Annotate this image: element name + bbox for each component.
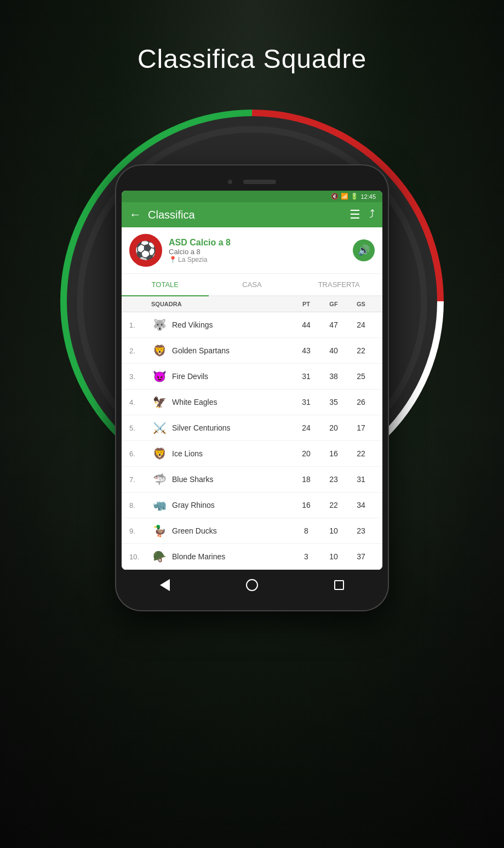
row-rank: 2. xyxy=(129,347,151,355)
nav-back-button[interactable] xyxy=(157,577,173,593)
header-gf: gf xyxy=(320,301,347,307)
phone-nav-bar xyxy=(122,570,382,600)
row-gf: 20 xyxy=(320,423,347,432)
row-pt: 43 xyxy=(293,346,320,355)
home-circle-icon xyxy=(246,579,258,591)
phone-top-bar xyxy=(122,175,382,191)
header-gs: gs xyxy=(347,301,375,307)
row-gs: 22 xyxy=(347,449,375,458)
team-name: Blue Sharks xyxy=(172,475,213,484)
row-rank: 9. xyxy=(129,527,151,535)
team-logo: 🦅 xyxy=(151,394,168,410)
table-row[interactable]: 7. 🦈 Blue Sharks 18 23 31 xyxy=(122,467,382,492)
row-gf: 16 xyxy=(320,449,347,458)
row-gf: 40 xyxy=(320,346,347,355)
back-triangle-icon xyxy=(160,579,170,591)
audio-button[interactable]: 🔊 xyxy=(353,239,375,261)
row-gf: 22 xyxy=(320,501,347,509)
nav-recent-button[interactable] xyxy=(331,577,347,593)
row-rank: 5. xyxy=(129,424,151,432)
row-gs: 23 xyxy=(347,526,375,535)
row-gs: 34 xyxy=(347,501,375,509)
team-logo: 🦁 xyxy=(151,342,168,359)
table-body: 1. 🐺 Red Vikings 44 47 24 2. 🦁 Golden Sp… xyxy=(122,312,382,570)
audio-icon: 🔊 xyxy=(358,244,370,256)
team-name: Golden Spartans xyxy=(172,346,230,355)
tab-bar: TOTALE CASA TRASFERTA xyxy=(122,274,382,296)
table-row[interactable]: 6. 🦁 Ice Lions 20 16 22 xyxy=(122,441,382,467)
club-name: ASD Calcio a 8 xyxy=(169,238,353,248)
team-name: Ice Lions xyxy=(172,449,203,458)
recent-square-icon xyxy=(334,580,344,590)
row-gf: 35 xyxy=(320,398,347,406)
page-title-area: Classifica Squadre xyxy=(0,44,504,74)
row-team: 😈 Fire Devils xyxy=(151,368,293,385)
table-row[interactable]: 4. 🦅 White Eagles 31 35 26 xyxy=(122,389,382,415)
share-icon[interactable]: ⤴ xyxy=(369,208,375,222)
header-rank xyxy=(129,301,151,307)
team-logo: 🦈 xyxy=(151,471,168,488)
phone-device: 🔇 📶 🔋 12:45 ← Classifica ☰ ⤴ ⚽ xyxy=(115,164,389,611)
row-gs: 26 xyxy=(347,398,375,406)
row-pt: 20 xyxy=(293,449,320,458)
row-team: ⚔️ Silver Centurions xyxy=(151,420,293,436)
page-title: Classifica Squadre xyxy=(0,44,504,74)
team-logo: 😈 xyxy=(151,368,168,385)
team-logo: 🐺 xyxy=(151,317,168,333)
table-row[interactable]: 1. 🐺 Red Vikings 44 47 24 xyxy=(122,312,382,338)
table-row[interactable]: 5. ⚔️ Silver Centurions 24 20 17 xyxy=(122,415,382,441)
app-bar-title: Classifica xyxy=(148,209,343,221)
list-icon[interactable]: ☰ xyxy=(350,208,360,222)
table-row[interactable]: 3. 😈 Fire Devils 31 38 25 xyxy=(122,364,382,389)
row-team: 🪖 Blonde Marines xyxy=(151,548,293,565)
row-gs: 22 xyxy=(347,346,375,355)
app-bar-icons: ☰ ⤴ xyxy=(350,208,375,222)
team-name: Red Vikings xyxy=(172,320,213,329)
table-header: SQUADRA pt gf gs xyxy=(122,296,382,312)
table-row[interactable]: 10. 🪖 Blonde Marines 3 10 37 xyxy=(122,544,382,570)
row-team: 🦁 Golden Spartans xyxy=(151,342,293,359)
row-gf: 10 xyxy=(320,526,347,535)
tab-totale[interactable]: TOTALE xyxy=(122,274,209,295)
club-logo: ⚽ xyxy=(129,234,162,267)
status-bar: 🔇 📶 🔋 12:45 xyxy=(122,191,382,202)
row-gf: 10 xyxy=(320,552,347,561)
row-gf: 23 xyxy=(320,475,347,484)
table-row[interactable]: 2. 🦁 Golden Spartans 43 40 22 xyxy=(122,338,382,364)
team-name: White Eagles xyxy=(172,398,217,406)
row-pt: 44 xyxy=(293,320,320,329)
row-gs: 31 xyxy=(347,475,375,484)
row-pt: 18 xyxy=(293,475,320,484)
team-name: Green Ducks xyxy=(172,526,217,535)
mute-icon: 🔇 xyxy=(331,193,339,200)
club-location: 📍 La Spezia xyxy=(169,256,353,263)
row-rank: 7. xyxy=(129,475,151,484)
tab-trasferta[interactable]: TRASFERTA xyxy=(295,274,382,295)
row-rank: 10. xyxy=(129,553,151,561)
header-pt: pt xyxy=(293,301,320,307)
team-name: Fire Devils xyxy=(172,372,208,381)
battery-icon: 🔋 xyxy=(351,193,358,200)
team-logo: 🦆 xyxy=(151,523,168,539)
back-button[interactable]: ← xyxy=(129,208,141,222)
nav-home-button[interactable] xyxy=(244,577,260,593)
row-gf: 38 xyxy=(320,372,347,381)
row-pt: 16 xyxy=(293,501,320,509)
row-rank: 4. xyxy=(129,398,151,406)
table-row[interactable]: 8. 🦏 Gray Rhinos 16 22 34 xyxy=(122,492,382,518)
club-logo-emoji: ⚽ xyxy=(135,240,157,261)
row-pt: 31 xyxy=(293,398,320,406)
location-text: La Spezia xyxy=(178,256,207,263)
row-pt: 24 xyxy=(293,423,320,432)
phone-speaker xyxy=(243,180,276,184)
signal-icon: 📶 xyxy=(341,193,348,200)
phone-body: 🔇 📶 🔋 12:45 ← Classifica ☰ ⤴ ⚽ xyxy=(115,164,389,611)
phone-camera xyxy=(228,180,232,184)
row-team: 🦁 Ice Lions xyxy=(151,445,293,462)
club-details: ASD Calcio a 8 Calcio a 8 📍 La Spezia xyxy=(169,238,353,263)
row-team: 🐺 Red Vikings xyxy=(151,317,293,333)
team-name: Silver Centurions xyxy=(172,423,231,432)
team-logo: 🦁 xyxy=(151,445,168,462)
table-row[interactable]: 9. 🦆 Green Ducks 8 10 23 xyxy=(122,518,382,544)
tab-casa[interactable]: CASA xyxy=(209,274,296,295)
